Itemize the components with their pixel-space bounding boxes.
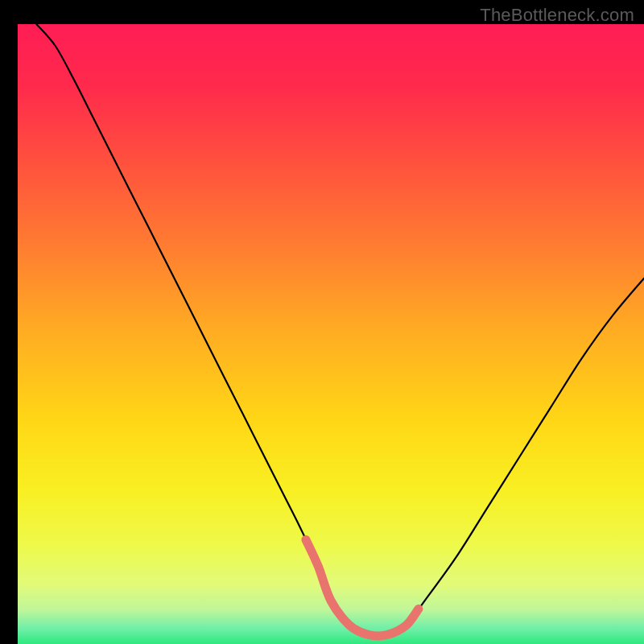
gradient-background bbox=[18, 24, 644, 644]
bottleneck-chart bbox=[0, 0, 644, 644]
chart-frame: TheBottleneck.com bbox=[0, 0, 644, 644]
